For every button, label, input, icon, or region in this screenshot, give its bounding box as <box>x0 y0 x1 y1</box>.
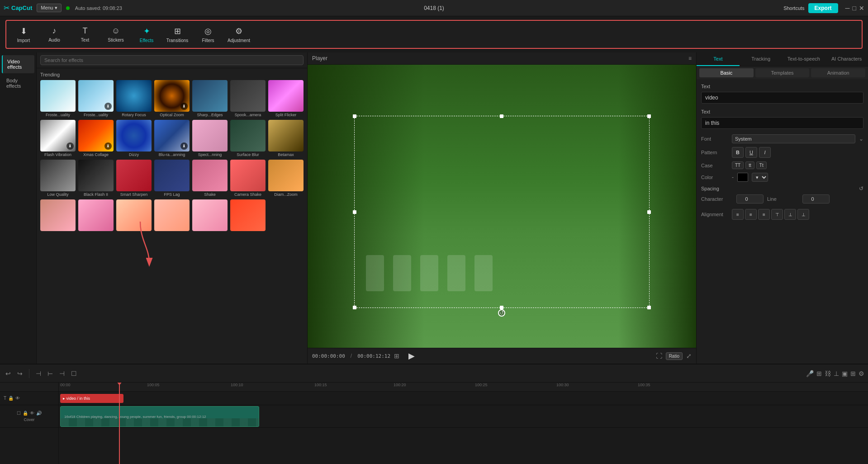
track-lock-icon[interactable]: 🔒 <box>8 396 14 401</box>
effect-item-shake[interactable]: Shake <box>192 160 228 197</box>
reset-spacing-icon[interactable]: ↺ <box>859 185 863 192</box>
text-input-1[interactable] <box>701 92 863 104</box>
adjustment-tool[interactable]: ⚙ Adjustment <box>223 22 254 47</box>
effect-item-froste1[interactable]: Froste...uality <box>40 80 76 117</box>
tl-link-icon[interactable]: ⛓ <box>825 370 831 377</box>
tl-split-button[interactable]: ⊣ <box>34 369 43 378</box>
line-spacing-input[interactable] <box>802 194 830 204</box>
auto-save-indicator <box>66 6 70 10</box>
effect-item-lowqual[interactable]: Low Quality <box>40 160 76 197</box>
character-spacing-input[interactable] <box>736 194 764 204</box>
underline-button[interactable]: U <box>745 147 757 158</box>
track-video-toggle[interactable]: ☐ <box>17 411 21 416</box>
maximize-button[interactable]: □ <box>853 5 856 12</box>
effect-item-r4c[interactable] <box>116 199 152 232</box>
track-video-vis[interactable]: 👁 <box>30 411 34 416</box>
tl-mic-icon[interactable]: 🎤 <box>806 370 814 377</box>
effect-item-r4d[interactable] <box>154 199 190 232</box>
total-time: 00:00:12:12 <box>357 353 390 359</box>
effect-item-xmas[interactable]: ⬇ Xmas Collage <box>78 120 114 157</box>
align-top-button[interactable]: ⊤ <box>771 209 783 220</box>
audio-tool[interactable]: ♪ Audio <box>39 22 70 47</box>
subtab-templates[interactable]: Templates <box>755 68 810 77</box>
tl-trim-left-button[interactable]: ⊢ <box>46 369 55 378</box>
tab-ai-characters[interactable]: AI Characters <box>825 52 868 66</box>
effect-item-flicker[interactable]: Split Flicker <box>268 80 304 117</box>
effect-item-fpslag[interactable]: FPS Lag <box>154 160 190 197</box>
effect-item-camshake[interactable]: Camera Shake <box>230 160 266 197</box>
subtab-basic[interactable]: Basic <box>699 68 754 77</box>
import-tool[interactable]: ⬇ Import <box>8 22 39 47</box>
effect-item-sharp[interactable]: Sharp...Edges <box>192 80 228 117</box>
fullscreen-icon[interactable]: ⛶ <box>656 352 662 360</box>
tl-magnet-icon[interactable]: ⊥ <box>834 370 839 377</box>
video-clip[interactable]: 16of18 Children playing, dancing, young … <box>60 406 259 427</box>
effect-item-dizzy[interactable]: Dizzy <box>116 120 152 157</box>
grid-icon[interactable]: ⊞ <box>394 352 399 360</box>
tl-undo-button[interactable]: ↩ <box>4 369 13 378</box>
effect-item-sharpen[interactable]: Smart Sharpen <box>116 160 152 197</box>
effect-item-r4a[interactable] <box>40 199 76 232</box>
effects-search-input[interactable] <box>40 55 304 65</box>
nav-item-body-effects[interactable]: Body effects <box>2 74 34 92</box>
stickers-tool[interactable]: ☺ Stickers <box>100 22 131 47</box>
align-bottom-button[interactable]: ⊥ <box>797 209 809 220</box>
effect-item-flashvib[interactable]: ⬇ Flash Vibration <box>40 120 76 157</box>
filters-tool[interactable]: ◎ Filters <box>193 22 223 47</box>
menu-button[interactable]: Menu ▾ <box>37 4 62 12</box>
case-lower-button[interactable]: tt <box>745 161 754 169</box>
tab-text[interactable]: Text <box>697 52 740 66</box>
case-title-button[interactable]: Tt <box>756 161 767 169</box>
tl-copy-icon[interactable]: ⊞ <box>850 370 856 377</box>
align-center-button[interactable]: ≡ <box>745 209 757 220</box>
minimize-button[interactable]: ─ <box>845 5 850 12</box>
effect-item-optical[interactable]: ⬇ Optical Zoom <box>154 80 190 117</box>
effects-tool[interactable]: ✦ Effects <box>131 22 162 47</box>
track-video-lock[interactable]: 🔒 <box>23 411 28 416</box>
text-clip[interactable]: ▸ video / in this <box>60 394 123 403</box>
color-swatch[interactable] <box>737 173 748 182</box>
effect-item-blurann[interactable]: ⬇ Blu-ra...anning <box>154 120 190 157</box>
tl-settings-icon[interactable]: ⚙ <box>859 370 864 377</box>
effect-item-r4e[interactable] <box>192 199 228 232</box>
effect-item-froste2[interactable]: ⬇ Froste...uality <box>78 80 114 117</box>
shortcuts-button[interactable]: Shortcuts <box>783 5 804 11</box>
tl-snap-icon[interactable]: ⊞ <box>816 370 822 377</box>
effect-item-spectnning[interactable]: Spect...nning <box>192 120 228 157</box>
effect-item-spooky[interactable]: Spook...amera <box>230 80 266 117</box>
ratio-button[interactable]: Ratio <box>666 352 683 360</box>
effect-item-betamax[interactable]: Betamax <box>268 120 304 157</box>
align-left-button[interactable]: ≡ <box>732 209 744 220</box>
tl-group-icon[interactable]: ▣ <box>842 370 848 377</box>
track-video-audio[interactable]: 🔊 <box>36 411 42 416</box>
font-select[interactable]: System <box>732 134 855 143</box>
transitions-tool[interactable]: ⊞ Transitions <box>162 22 193 47</box>
close-button[interactable]: ✕ <box>859 5 864 12</box>
text-tool[interactable]: T Text <box>70 22 100 47</box>
export-button[interactable]: Export <box>808 3 838 13</box>
expand-icon[interactable]: ⤢ <box>686 352 692 360</box>
tab-tracking[interactable]: Tracking <box>740 52 783 66</box>
tab-text-to-speech[interactable]: Text-to-speech <box>783 52 825 66</box>
align-middle-button[interactable]: ⊥ <box>784 209 796 220</box>
effect-item-blackfl[interactable]: Black Flash II <box>78 160 114 197</box>
effect-item-r4b[interactable] <box>78 199 114 232</box>
subtab-animation[interactable]: Animation <box>811 68 865 77</box>
text-input-2[interactable] <box>701 117 863 129</box>
effect-item-rotary[interactable]: Rotary Focus <box>116 80 152 117</box>
bold-button[interactable]: B <box>732 147 744 158</box>
player-menu-icon[interactable]: ≡ <box>688 55 692 62</box>
italic-button[interactable]: I <box>759 147 771 158</box>
effect-item-r4f[interactable] <box>230 199 266 232</box>
effect-item-diamzoom[interactable]: Diam...Zoom <box>268 160 304 197</box>
tl-delete-button[interactable]: ☐ <box>69 369 79 378</box>
play-button[interactable]: ▶ <box>408 351 415 361</box>
tl-trim-right-button[interactable]: ⊣ <box>57 369 66 378</box>
case-upper-button[interactable]: TT <box>732 161 744 169</box>
tl-redo-button[interactable]: ↪ <box>15 369 24 378</box>
nav-item-video-effects[interactable]: Video effects <box>2 55 34 73</box>
color-dropdown[interactable]: ▾ <box>752 173 768 182</box>
track-visibility-icon[interactable]: 👁 <box>15 396 20 401</box>
effect-item-surfblur[interactable]: Surface Blur <box>230 120 266 157</box>
align-right-button[interactable]: ≡ <box>758 209 770 220</box>
